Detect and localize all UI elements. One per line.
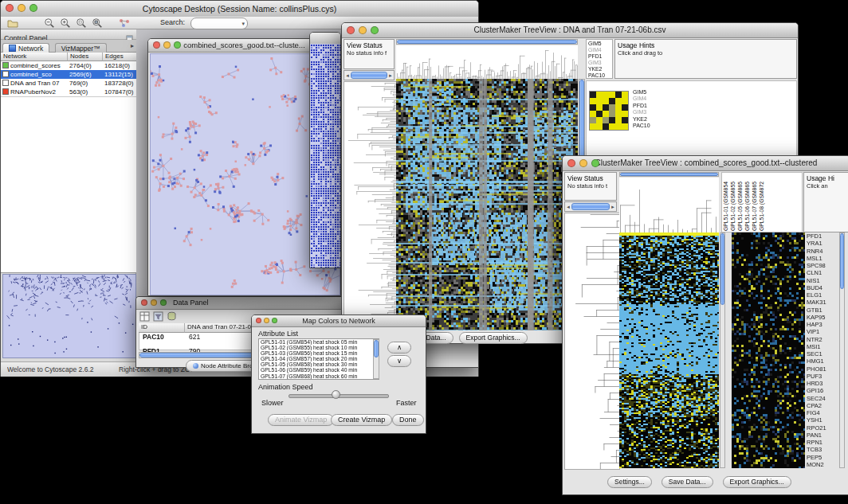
- search-input[interactable]: ▾: [190, 18, 248, 29]
- gene-label[interactable]: GTB1: [807, 307, 838, 314]
- gene-label[interactable]: PHO81: [807, 365, 838, 373]
- create-vizmap-button[interactable]: Create Vizmap: [331, 414, 392, 426]
- treeview2-titlebar[interactable]: ClusterMaker TreeView : combined_scores_…: [563, 156, 848, 171]
- gene-list-vscrollbar[interactable]: [839, 232, 845, 468]
- close-button[interactable]: [567, 159, 575, 167]
- treeview-action-button[interactable]: Export Graphics...: [459, 332, 528, 344]
- open-file-icon[interactable]: [6, 17, 20, 29]
- database-icon[interactable]: [167, 311, 177, 322]
- treeview-action-button[interactable]: Export Graphics...: [723, 476, 791, 488]
- gene-label[interactable]: NIS1: [807, 277, 838, 284]
- network-list-item[interactable]: DNA and Tran 07769(0)183728(0): [1, 79, 136, 88]
- dialog-titlebar[interactable]: Map Colors to Network: [252, 315, 426, 327]
- column-label[interactable]: GIM4: [588, 47, 610, 53]
- gene-label[interactable]: TCB3: [807, 446, 838, 453]
- gene-label[interactable]: YSH1: [807, 416, 838, 424]
- network-list-item[interactable]: combined_sco2569(6)13112(15): [1, 70, 136, 79]
- zoom-out-icon[interactable]: [42, 17, 57, 29]
- matrix-label[interactable]: PAC10: [633, 123, 673, 129]
- gene-label[interactable]: PAN1: [807, 432, 838, 439]
- minimize-button[interactable]: [579, 159, 587, 167]
- matrix-label[interactable]: GIM5: [633, 89, 673, 96]
- attribute-list-item[interactable]: GPL51-04 (GSM857) heat shock 20 min: [259, 356, 379, 361]
- main-titlebar[interactable]: Cytoscape Desktop (Session Name: collins…: [1, 1, 478, 18]
- attribute-list-item[interactable]: GPL51-06 (GSM859) heat shock 40 min: [259, 367, 379, 373]
- secondary-heatmap-canvas[interactable]: [732, 232, 805, 468]
- gene-label[interactable]: RPO21: [807, 424, 838, 432]
- gene-label[interactable]: HMG1: [807, 357, 838, 365]
- network-list-item[interactable]: RNAPuberNov2563(0)107847(0): [1, 88, 136, 96]
- array-dendrogram-canvas[interactable]: [619, 178, 719, 232]
- gene-label[interactable]: MSI1: [807, 343, 838, 350]
- gene-label[interactable]: SPC98: [807, 262, 838, 269]
- zoom-button[interactable]: [591, 159, 599, 167]
- gene-label[interactable]: PEP5: [807, 454, 838, 461]
- matrix-label[interactable]: YKE2: [633, 116, 673, 123]
- array-dendrogram-canvas[interactable]: [396, 45, 578, 79]
- matrix-label[interactable]: GIM3: [633, 109, 673, 115]
- attribute-list-item[interactable]: GPL51-05 (GSM858) heat shock 30 min: [259, 361, 379, 367]
- minimize-button[interactable]: [359, 26, 367, 34]
- minimize-button[interactable]: [163, 41, 171, 49]
- treeview-action-button[interactable]: Save Data...: [662, 476, 713, 488]
- gene-label[interactable]: FIG4: [807, 409, 838, 416]
- close-button[interactable]: [141, 299, 147, 306]
- gene-label[interactable]: MAK31: [807, 299, 838, 306]
- gene-label[interactable]: PUF3: [807, 373, 838, 380]
- zoom-button[interactable]: [174, 41, 181, 49]
- gene-label[interactable]: HRD3: [807, 380, 838, 387]
- gene-dendrogram-canvas[interactable]: [344, 81, 397, 332]
- close-button[interactable]: [6, 4, 14, 12]
- gene-label[interactable]: VIP1: [807, 328, 838, 335]
- gene-label[interactable]: RPN1: [807, 439, 838, 446]
- attribute-list-item[interactable]: GPL51-03 (GSM856) heat shock 15 min: [259, 350, 379, 356]
- nav-left-icon[interactable]: ◄: [566, 205, 571, 209]
- column-hscrollbar[interactable]: [396, 39, 578, 45]
- nav-right-icon[interactable]: ►: [388, 73, 393, 78]
- minimize-button[interactable]: [264, 318, 269, 323]
- gene-label[interactable]: MON2: [807, 461, 838, 468]
- column-hscrollbar[interactable]: [619, 172, 719, 177]
- slider-knob[interactable]: [332, 390, 340, 399]
- close-button[interactable]: [153, 41, 160, 49]
- zoom-in-icon[interactable]: [58, 17, 73, 29]
- nav-thumb[interactable]: [351, 72, 387, 79]
- done-button[interactable]: Done: [392, 414, 424, 426]
- gene-label[interactable]: GPI16: [807, 387, 838, 394]
- column-label[interactable]: GPL51-08 (GSM872: [759, 174, 766, 231]
- gene-label[interactable]: MSL1: [807, 255, 838, 262]
- tree-nav-scrollbar[interactable]: ◄►: [344, 70, 395, 80]
- attribute-list-vscrollbar[interactable]: [373, 339, 379, 379]
- nav-left-icon[interactable]: ◄: [345, 73, 350, 78]
- nav-thumb[interactable]: [571, 203, 610, 210]
- heatmap-canvas[interactable]: [619, 232, 719, 468]
- matrix-label[interactable]: PFD1: [633, 103, 673, 109]
- network2-titlebar[interactable]: [310, 33, 340, 45]
- gene-label[interactable]: SEC24: [807, 395, 838, 402]
- zoom-button[interactable]: [160, 299, 167, 306]
- birdseye-view-canvas[interactable]: [2, 274, 136, 358]
- minimize-button[interactable]: [151, 299, 157, 306]
- correlation-matrix-canvas[interactable]: [589, 91, 629, 131]
- gene-label[interactable]: NTR2: [807, 336, 838, 343]
- gene-label[interactable]: RNR4: [807, 248, 838, 255]
- attribute-list-item[interactable]: GPL51-02 (GSM855) heat shock 10 min: [259, 345, 379, 350]
- gene-label[interactable]: PFD1: [807, 232, 838, 240]
- tab-overflow-icon[interactable]: ▸: [131, 42, 134, 49]
- close-button[interactable]: [256, 318, 261, 323]
- zoom-fit-icon[interactable]: [90, 17, 104, 29]
- heatmap-vscrollbar[interactable]: [720, 232, 725, 468]
- gene-label[interactable]: HAP3: [807, 321, 838, 328]
- zoom-button[interactable]: [371, 26, 379, 34]
- nav-right-icon[interactable]: ►: [610, 205, 615, 209]
- gene-label[interactable]: YRA1: [807, 240, 838, 247]
- zoom-selected-icon[interactable]: [74, 17, 88, 29]
- network-list-item[interactable]: combined_scores2764(0)16218(0): [1, 61, 136, 70]
- column-label[interactable]: PFD1: [588, 53, 610, 60]
- search-dropdown-icon[interactable]: ▾: [241, 18, 245, 29]
- column-label[interactable]: GPL51-07 (GSM865: [752, 174, 759, 231]
- tree-nav-scrollbar[interactable]: ◄►: [564, 201, 617, 212]
- attribute-list-item[interactable]: GPL51-07 (GSM868) heat shock 60 min: [259, 373, 379, 379]
- gene-label[interactable]: ELG1: [807, 291, 838, 299]
- treeview-action-button[interactable]: Settings...: [607, 476, 652, 488]
